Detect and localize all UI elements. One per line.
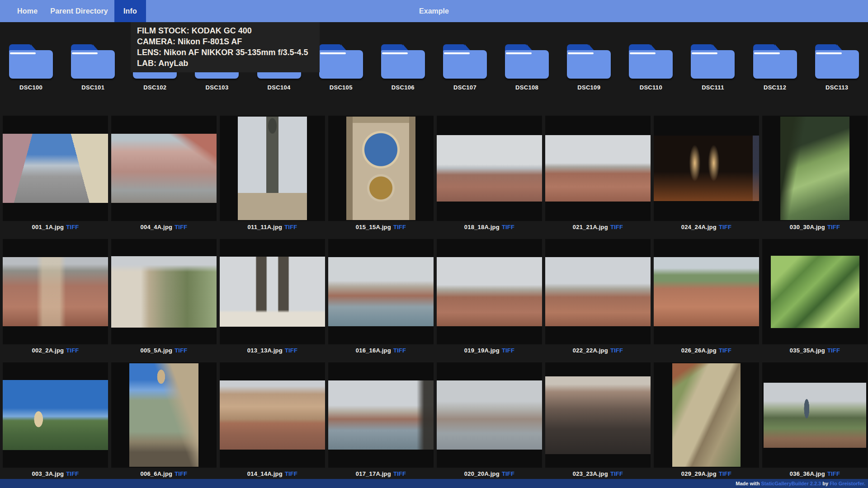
tiff-link[interactable]: TIFF xyxy=(610,347,623,354)
thumbnail-caption: 035_35A.jpgTIFF xyxy=(762,344,868,362)
nav-item-parent-directory[interactable]: Parent Directory xyxy=(44,0,114,22)
folder-dsc107[interactable]: DSC107 xyxy=(434,44,496,91)
tiff-link[interactable]: TIFF xyxy=(502,470,514,477)
thumbnail-caption: 001_1A.jpgTIFF xyxy=(3,221,108,239)
footer-bar: Made with StaticGalleryBuilder 2.2.3 by … xyxy=(0,479,868,488)
gallery-cell: 030_30A.jpgTIFF xyxy=(762,116,868,239)
photo-thumbnail-image xyxy=(129,363,198,467)
footer-author-link[interactable]: Flo Greistorfer. xyxy=(830,481,865,486)
thumbnail-004-4a[interactable] xyxy=(111,116,217,221)
footer-app-link[interactable]: StaticGalleryBuilder 2.2.3 xyxy=(761,481,821,486)
thumbnail-filename: 036_36A.jpg xyxy=(790,470,825,477)
tiff-link[interactable]: TIFF xyxy=(827,470,840,477)
tiff-link[interactable]: TIFF xyxy=(719,347,731,354)
tiff-link[interactable]: TIFF xyxy=(502,224,514,230)
thumbnail-023-23a[interactable] xyxy=(545,362,651,468)
folder-label: DSC109 xyxy=(577,84,600,91)
folder-icon xyxy=(319,44,363,79)
photo-thumbnail-image xyxy=(111,134,217,203)
thumbnail-022-22a[interactable] xyxy=(545,239,651,344)
nav-item-home[interactable]: Home xyxy=(11,0,44,22)
folder-icon xyxy=(381,44,425,79)
thumbnail-029-29a[interactable] xyxy=(654,362,759,468)
thumbnail-caption: 011_11A.jpgTIFF xyxy=(220,221,325,239)
tiff-link[interactable]: TIFF xyxy=(66,470,79,477)
thumbnail-caption: 016_16A.jpgTIFF xyxy=(328,344,434,362)
tiff-link[interactable]: TIFF xyxy=(175,470,187,477)
tiff-link[interactable]: TIFF xyxy=(66,347,79,354)
folder-dsc101[interactable]: DSC101 xyxy=(62,44,124,91)
folder-dsc109[interactable]: DSC109 xyxy=(558,44,620,91)
folder-label: DSC110 xyxy=(640,84,662,91)
thumbnail-003-3a[interactable] xyxy=(3,362,108,468)
thumbnail-017-17a[interactable] xyxy=(328,362,434,468)
footer-by-text: by xyxy=(821,481,830,486)
thumbnail-caption: 030_30A.jpgTIFF xyxy=(762,221,868,239)
tiff-link[interactable]: TIFF xyxy=(827,224,840,230)
tiff-link[interactable]: TIFF xyxy=(284,224,297,230)
gallery-cell: 029_29A.jpgTIFF xyxy=(654,362,759,486)
folder-icon xyxy=(691,44,735,79)
folder-dsc111[interactable]: DSC111 xyxy=(682,44,744,91)
thumbnail-019-19a[interactable] xyxy=(437,239,542,344)
thumbnail-026-26a[interactable] xyxy=(654,239,759,344)
info-tooltip-line-1: FILM STOCK: KODAK GC 400 xyxy=(137,25,313,36)
folder-dsc106[interactable]: DSC106 xyxy=(372,44,434,91)
photo-thumbnail-image xyxy=(545,376,651,454)
tiff-link[interactable]: TIFF xyxy=(827,347,840,354)
tiff-link[interactable]: TIFF xyxy=(502,347,514,354)
photo-thumbnail-image xyxy=(672,363,741,467)
thumbnail-013-13a[interactable] xyxy=(220,239,325,344)
thumbnail-030-30a[interactable] xyxy=(762,116,868,221)
thumbnail-caption: 019_19A.jpgTIFF xyxy=(437,344,542,362)
thumbnail-014-14a[interactable] xyxy=(220,362,325,468)
thumbnail-021-21a[interactable] xyxy=(545,116,651,221)
gallery-cell: 001_1A.jpgTIFF xyxy=(3,116,108,239)
nav-item-info[interactable]: Info xyxy=(114,0,146,22)
folder-icon xyxy=(443,44,487,79)
thumbnail-006-6a[interactable] xyxy=(111,362,217,468)
tiff-link[interactable]: TIFF xyxy=(719,224,731,230)
thumbnail-020-20a[interactable] xyxy=(437,362,542,468)
tiff-link[interactable]: TIFF xyxy=(393,347,406,354)
thumbnail-035-35a[interactable] xyxy=(762,239,868,344)
gallery-cell: 023_23A.jpgTIFF xyxy=(545,362,651,486)
gallery-cell: 021_21A.jpgTIFF xyxy=(545,116,651,239)
tiff-link[interactable]: TIFF xyxy=(610,224,623,230)
tiff-link[interactable]: TIFF xyxy=(66,224,79,230)
tiff-link[interactable]: TIFF xyxy=(285,470,297,477)
tiff-link[interactable]: TIFF xyxy=(393,224,406,230)
folder-dsc113[interactable]: DSC113 xyxy=(806,44,868,91)
thumbnail-filename: 024_24A.jpg xyxy=(681,224,717,230)
folder-dsc110[interactable]: DSC110 xyxy=(620,44,682,91)
gallery-cell: 006_6A.jpgTIFF xyxy=(111,362,217,486)
photo-thumbnail-image xyxy=(437,135,542,202)
tiff-link[interactable]: TIFF xyxy=(719,470,731,477)
folder-dsc108[interactable]: DSC108 xyxy=(496,44,558,91)
thumbnail-018-18a[interactable] xyxy=(437,116,542,221)
thumbnail-024-24a[interactable] xyxy=(654,116,759,221)
thumbnail-filename: 018_18A.jpg xyxy=(464,224,500,230)
gallery-cell: 014_14A.jpgTIFF xyxy=(220,362,325,486)
tiff-link[interactable]: TIFF xyxy=(175,347,187,354)
thumbnail-016-16a[interactable] xyxy=(328,239,434,344)
thumbnail-036-36a[interactable] xyxy=(762,362,868,468)
folder-dsc112[interactable]: DSC112 xyxy=(744,44,806,91)
thumbnail-001-1a[interactable] xyxy=(3,116,108,221)
folder-icon xyxy=(629,44,673,79)
photo-thumbnail-image xyxy=(780,117,849,220)
tiff-link[interactable]: TIFF xyxy=(285,347,297,354)
thumbnail-002-2a[interactable] xyxy=(3,239,108,344)
folder-dsc100[interactable]: DSC100 xyxy=(0,44,62,91)
thumbnail-filename: 001_1A.jpg xyxy=(32,224,64,230)
thumbnail-caption: 013_13A.jpgTIFF xyxy=(220,344,325,362)
tiff-link[interactable]: TIFF xyxy=(610,470,623,477)
thumbnail-caption: 024_24A.jpgTIFF xyxy=(654,221,759,239)
tiff-link[interactable]: TIFF xyxy=(175,224,187,230)
folder-label: DSC112 xyxy=(764,84,786,91)
thumbnail-005-5a[interactable] xyxy=(111,239,217,344)
photo-thumbnail-image xyxy=(437,257,542,326)
tiff-link[interactable]: TIFF xyxy=(393,470,406,477)
thumbnail-015-15a[interactable] xyxy=(328,116,434,221)
thumbnail-011-11a[interactable] xyxy=(220,116,325,221)
